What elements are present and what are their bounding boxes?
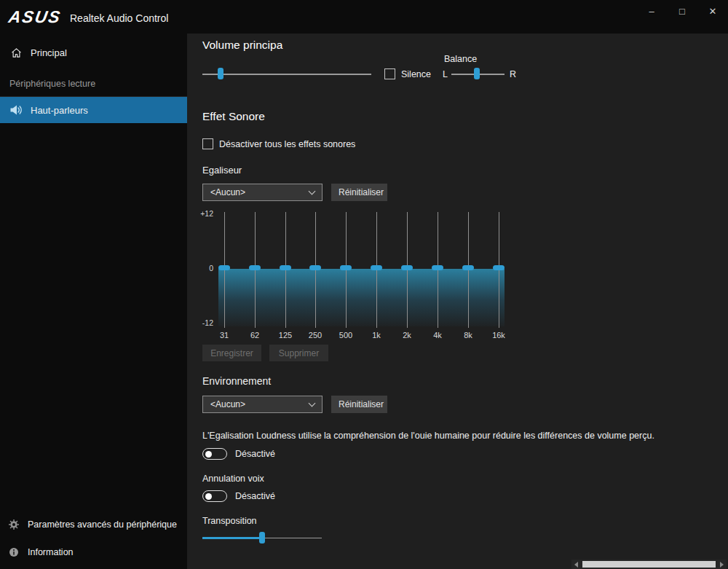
- environment-label: Environnement: [202, 375, 271, 387]
- eq-band-62[interactable]: 62: [249, 212, 261, 343]
- mute-label: Silence: [401, 69, 431, 79]
- loudness-state-label: Désactivé: [235, 449, 275, 459]
- transposition-label: Transposition: [202, 516, 257, 526]
- eq-band-label: 31: [210, 331, 239, 340]
- main-content: Volume principa Silence Balance L R Effe…: [187, 34, 728, 569]
- eq-band-125[interactable]: 125: [280, 212, 291, 343]
- scroll-right-arrow[interactable]: [717, 560, 727, 569]
- maximize-button[interactable]: □: [667, 0, 697, 22]
- horizontal-scrollbar: [571, 560, 727, 569]
- scroll-left-arrow[interactable]: [571, 560, 581, 569]
- realtek-audio-control-window: ASUS Realtek Audio Control – □ ✕ Princip…: [0, 0, 728, 569]
- eq-scale-mid: 0: [191, 264, 213, 272]
- toggle-knob: [205, 451, 212, 458]
- eq-band-handle[interactable]: [371, 265, 382, 270]
- sidebar-item-information[interactable]: Information: [0, 538, 187, 566]
- eq-band-label: 250: [301, 331, 330, 340]
- info-icon: [7, 546, 20, 559]
- app-title: Realtek Audio Control: [70, 12, 168, 24]
- eq-scale-max: +12: [191, 209, 213, 218]
- eq-band-handle[interactable]: [493, 265, 505, 270]
- equalizer-reset-button[interactable]: Réinitialiser: [331, 184, 387, 201]
- loudness-toggle[interactable]: [202, 448, 227, 460]
- eq-band-label: 1k: [362, 331, 391, 340]
- transposition-slider-handle[interactable]: [259, 532, 265, 544]
- playback-devices-section-label: Périphériques lecture: [0, 79, 187, 97]
- sidebar: Principal Périphériques lecture Haut-par…: [0, 34, 187, 569]
- eq-band-8k[interactable]: 8k: [462, 212, 474, 343]
- eq-band-4k[interactable]: 4k: [432, 212, 443, 343]
- volume-slider-track[interactable]: [202, 74, 371, 75]
- eq-band-handle[interactable]: [462, 265, 474, 270]
- sidebar-item-label: Paramètres avancés du périphérique: [28, 519, 177, 530]
- eq-band-handle[interactable]: [340, 265, 352, 270]
- eq-band-label: 4k: [423, 331, 452, 340]
- voice-cancellation-label: Annulation voix: [202, 474, 264, 484]
- window-controls: – □ ✕: [636, 0, 728, 22]
- volume-slider-handle[interactable]: [218, 68, 223, 79]
- disable-effects-checkbox[interactable]: [202, 138, 213, 149]
- minimize-button[interactable]: –: [636, 0, 667, 22]
- eq-band-label: 8k: [454, 331, 483, 340]
- eq-band-label: 125: [271, 331, 300, 340]
- voice-cancellation-toggle[interactable]: [202, 490, 227, 502]
- speaker-icon: [9, 103, 23, 117]
- equalizer-preset-value: <Aucun>: [210, 187, 309, 197]
- eq-band-2k[interactable]: 2k: [401, 212, 413, 343]
- sidebar-item-principal[interactable]: Principal: [0, 39, 187, 66]
- balance-left-label: L: [443, 69, 448, 79]
- balance-slider-handle[interactable]: [474, 68, 480, 79]
- eq-band-handle[interactable]: [309, 265, 321, 270]
- eq-band-handle[interactable]: [249, 265, 261, 270]
- eq-band-handle[interactable]: [218, 265, 230, 270]
- transposition-slider-fill: [202, 537, 262, 539]
- sidebar-item-speakers[interactable]: Haut-parleurs: [0, 97, 187, 123]
- balance-right-label: R: [510, 69, 516, 79]
- loudness-description: L'Egalisation Loudness utilise la compré…: [202, 431, 712, 441]
- close-button[interactable]: ✕: [697, 0, 728, 22]
- home-icon: [9, 46, 23, 59]
- eq-band-250[interactable]: 250: [309, 212, 321, 343]
- titlebar: ASUS Realtek Audio Control – □ ✕: [0, 0, 728, 34]
- gear-icon: [7, 518, 20, 531]
- eq-band-handle[interactable]: [432, 265, 443, 270]
- equalizer-delete-button[interactable]: Supprimer: [269, 345, 328, 361]
- toggle-knob: [205, 493, 212, 500]
- eq-band-label: 62: [240, 331, 269, 340]
- eq-band-31[interactable]: 31: [218, 212, 230, 343]
- eq-band-1k[interactable]: 1k: [371, 212, 382, 343]
- sidebar-item-label: Haut-parleurs: [31, 105, 88, 116]
- eq-band-16k[interactable]: 16k: [493, 212, 505, 343]
- environment-preset-value: <Aucun>: [210, 399, 309, 409]
- scrollbar-thumb[interactable]: [582, 561, 716, 568]
- voice-cancellation-state-label: Désactivé: [235, 491, 275, 501]
- sidebar-item-advanced-settings[interactable]: Paramètres avancés du périphérique: [0, 511, 187, 538]
- sound-effects-title: Effet Sonore: [202, 110, 265, 123]
- equalizer-preset-dropdown[interactable]: <Aucun>: [202, 184, 323, 201]
- chevron-down-icon: [309, 188, 316, 195]
- eq-band-handle[interactable]: [401, 265, 413, 270]
- eq-scale-min: -12: [191, 318, 213, 327]
- eq-band-label: 16k: [484, 331, 513, 340]
- balance-label: Balance: [444, 54, 477, 64]
- mute-checkbox[interactable]: [384, 68, 395, 79]
- environment-preset-dropdown[interactable]: <Aucun>: [202, 396, 323, 413]
- chevron-down-icon: [309, 400, 316, 407]
- sidebar-bottom: Paramètres avancés du périphérique Infor…: [0, 511, 187, 566]
- equalizer-label: Egaliseur: [202, 165, 242, 176]
- asus-logo: ASUS: [7, 7, 63, 27]
- equalizer-save-button[interactable]: Enregistrer: [202, 345, 261, 361]
- sidebar-item-label: Information: [28, 547, 74, 557]
- eq-band-handle[interactable]: [280, 265, 291, 270]
- eq-band-500[interactable]: 500: [340, 212, 352, 343]
- eq-band-label: 500: [331, 331, 360, 340]
- volume-section-title: Volume principa: [202, 39, 282, 52]
- sidebar-item-label: Principal: [31, 47, 67, 58]
- disable-effects-label: Désactiver tous les effets sonores: [219, 139, 355, 149]
- environment-reset-button[interactable]: Réinitialiser: [331, 396, 387, 413]
- eq-band-label: 2k: [392, 331, 422, 340]
